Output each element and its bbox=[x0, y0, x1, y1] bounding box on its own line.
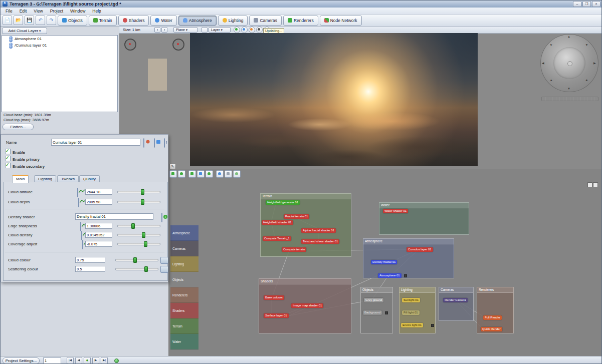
nav-center-dot[interactable] bbox=[567, 61, 572, 66]
list-item-cumulus-layer[interactable]: /Cumulus layer 01 bbox=[2, 42, 117, 49]
list-item-atmosphere[interactable]: Atmosphere 01 bbox=[2, 36, 117, 42]
layout-icon[interactable] bbox=[225, 170, 232, 178]
slider-knob[interactable] bbox=[141, 189, 144, 195]
category-cameras[interactable]: Cameras bbox=[170, 241, 198, 256]
node-fractal-terrain[interactable]: Fractal terrain 01 bbox=[284, 214, 309, 219]
cloud-altitude-input[interactable] bbox=[85, 189, 112, 195]
flatten-button[interactable]: Flatten... bbox=[3, 124, 34, 130]
edge-sharpness-input[interactable] bbox=[85, 223, 112, 229]
cloud-depth-input[interactable] bbox=[85, 199, 112, 205]
node-image-map-shader[interactable]: Image map shader 01 bbox=[291, 303, 323, 308]
animate-icon[interactable] bbox=[80, 222, 81, 231]
rotate-gizmo-icon[interactable] bbox=[124, 39, 136, 51]
node-compute-terrain-1[interactable]: Compute Terrain_1 bbox=[263, 236, 291, 241]
size-decrease-button[interactable]: ‹ bbox=[154, 27, 160, 33]
settings-icon[interactable] bbox=[233, 170, 241, 178]
menu-project[interactable]: Project bbox=[47, 9, 66, 14]
cloud-depth-slider[interactable] bbox=[117, 201, 160, 203]
minimize-button[interactable]: – bbox=[573, 1, 581, 7]
zoom-selected-icon[interactable] bbox=[188, 170, 196, 178]
layer-toggle-button[interactable] bbox=[202, 27, 208, 33]
enable-secondary-checkbox[interactable]: Enable secondary bbox=[5, 163, 45, 169]
tab-shaders[interactable]: Shaders bbox=[118, 16, 149, 26]
zoom-in-icon[interactable] bbox=[197, 170, 205, 178]
add-cloud-layer-button[interactable]: Add Cloud Layer bbox=[2, 28, 47, 34]
slider-knob[interactable] bbox=[144, 241, 147, 247]
menu-view[interactable]: View bbox=[31, 9, 46, 14]
category-water[interactable]: Water bbox=[170, 334, 198, 349]
node-heightfield-shader[interactable]: Heightfield shader 01 bbox=[262, 220, 293, 225]
node-quick-render[interactable]: Quick Render bbox=[481, 327, 502, 331]
name-input[interactable] bbox=[51, 139, 140, 146]
slider-knob[interactable] bbox=[142, 232, 145, 238]
assign-shader-icon[interactable]: + bbox=[161, 213, 162, 222]
paint-preview-icon[interactable] bbox=[256, 27, 263, 33]
help-node-icon[interactable]: ! bbox=[164, 138, 165, 148]
node-render-camera[interactable]: Render Camera bbox=[443, 298, 468, 302]
slider-knob[interactable] bbox=[131, 223, 135, 229]
cloud-colour-input[interactable] bbox=[75, 257, 105, 263]
play-preview-icon[interactable] bbox=[234, 27, 240, 33]
node-twist-shear-shader[interactable]: Twist and shear shader 01 bbox=[301, 239, 339, 244]
bookmark-node-icon[interactable] bbox=[154, 138, 155, 148]
node-atmosphere[interactable]: Atmosphere 01 bbox=[378, 273, 402, 278]
node-compute-terrain[interactable]: Compute terrain bbox=[282, 247, 306, 252]
tab-cameras[interactable]: Cameras bbox=[249, 16, 281, 26]
tab-lighting[interactable]: Lighting bbox=[218, 16, 248, 26]
save-project-icon[interactable]: 💾 bbox=[25, 16, 34, 25]
animate-icon[interactable] bbox=[77, 188, 78, 197]
category-lighting[interactable]: Lighting bbox=[170, 256, 198, 272]
open-project-icon[interactable]: 📂 bbox=[14, 16, 23, 25]
tab-atmosphere[interactable]: Atmosphere bbox=[178, 16, 217, 26]
category-objects[interactable]: Objects bbox=[170, 272, 198, 287]
node-network-pane[interactable]: Atmosphere Cameras Lighting Objects Rend… bbox=[168, 169, 602, 356]
undo-icon[interactable]: ↶ bbox=[36, 16, 45, 25]
slider-knob[interactable] bbox=[144, 266, 148, 272]
node-density-fractal[interactable]: Density fractal 01 bbox=[371, 260, 397, 264]
node-surface-layer[interactable]: Surface layer 01 bbox=[264, 313, 289, 318]
prev-frame-icon[interactable]: ◀ bbox=[75, 357, 82, 364]
node-grey-ground[interactable]: Grey ground bbox=[364, 298, 383, 302]
first-frame-icon[interactable]: |◀ bbox=[67, 357, 74, 364]
coverage-adjust-slider[interactable] bbox=[117, 243, 160, 245]
node-water-shader[interactable]: Water shader 01 bbox=[383, 209, 408, 213]
edge-sharpness-slider[interactable] bbox=[117, 225, 160, 227]
scattering-colour-input[interactable] bbox=[75, 266, 105, 272]
menu-help[interactable]: Help bbox=[89, 9, 104, 14]
node-cumulus-layer[interactable]: Cumulus layer 01 bbox=[407, 247, 433, 252]
frame-number-input[interactable] bbox=[43, 357, 61, 364]
nav-zoom-slider[interactable] bbox=[541, 97, 598, 101]
slider-knob[interactable] bbox=[141, 199, 144, 205]
category-atmosphere[interactable]: Atmosphere bbox=[170, 225, 198, 241]
record-icon[interactable]: ● bbox=[84, 357, 91, 364]
category-shaders[interactable]: Shaders bbox=[170, 303, 198, 318]
parent-network-icon[interactable] bbox=[169, 170, 177, 178]
category-terrain[interactable]: Terrain bbox=[170, 318, 198, 334]
menu-window[interactable]: Window bbox=[67, 9, 88, 14]
node-alpine-fractal-shader[interactable]: Alpine fractal shader 01 bbox=[301, 228, 336, 233]
project-settings-button[interactable]: Project Settings... bbox=[3, 357, 40, 364]
close-button[interactable]: × bbox=[592, 1, 600, 7]
node-heightfield-generate[interactable]: Heightfield generate 01 bbox=[266, 200, 300, 205]
cloud-layer-list[interactable]: Atmosphere 01 /Cumulus layer 01 bbox=[2, 35, 118, 112]
tab-objects[interactable]: Objects bbox=[58, 16, 87, 26]
scattering-colour-slider[interactable] bbox=[115, 268, 158, 270]
layer-dropdown[interactable]: Layer bbox=[209, 27, 231, 33]
new-project-icon[interactable]: 📄 bbox=[3, 16, 12, 25]
render-preview-image[interactable] bbox=[190, 33, 478, 166]
category-renderers[interactable]: Renderers bbox=[170, 287, 198, 303]
node-sunlight[interactable]: Sunlight 01 bbox=[402, 298, 420, 302]
cloud-density-input[interactable] bbox=[85, 232, 112, 238]
animate-icon[interactable] bbox=[81, 231, 82, 240]
tab-terrain[interactable]: Terrain bbox=[89, 16, 117, 26]
navigation-ball[interactable]: ▲ ▼ ◀ ▶ ▲ ▲ ▲ ▲ bbox=[540, 34, 598, 92]
slider-knob[interactable] bbox=[133, 257, 137, 263]
coverage-adjust-input[interactable] bbox=[85, 241, 112, 247]
fit-all-icon[interactable] bbox=[178, 170, 185, 178]
animate-icon[interactable] bbox=[82, 240, 83, 249]
menu-edit[interactable]: Edit bbox=[17, 9, 30, 14]
link-mode-icon[interactable] bbox=[216, 170, 224, 178]
zoom-out-icon[interactable] bbox=[206, 170, 213, 178]
tab-main[interactable]: Main bbox=[12, 175, 29, 183]
sun-gizmo-icon[interactable] bbox=[172, 39, 184, 51]
